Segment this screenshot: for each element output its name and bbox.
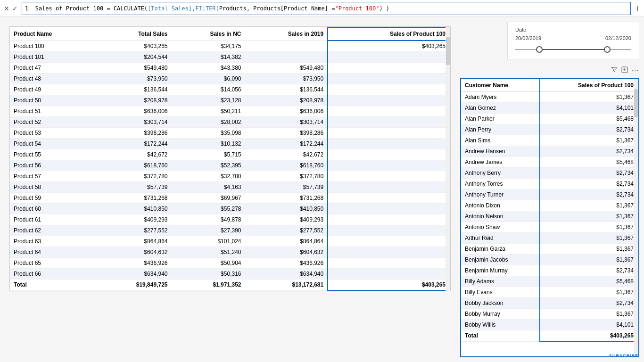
table-cell: $636,006 [245,106,328,117]
table-cell [245,41,328,52]
table-row: Anthony Berry$2,734 [461,168,638,179]
table-cell: Product 58 [10,182,97,193]
left-table-header: Product Name Total Sales Sales in NC Sal… [10,27,450,41]
table-cell: $57,739 [97,182,171,193]
table-row: Product 64$604,632$51,240$604,632 [10,247,450,258]
main-content: Product Name Total Sales Sales in NC Sal… [0,17,644,362]
table-row: Product 65$436,926$50,904$436,926 [10,258,450,269]
table-cell: Bobby Murray [461,309,540,320]
table-cell: $398,286 [245,128,328,139]
table-cell: Antonio Shaw [461,222,540,233]
left-scrollbar-thumb[interactable] [446,37,450,65]
table-cell: $1,367 [540,211,638,222]
table-cell: $73,950 [245,74,328,84]
table-row: Product 57$372,780$32,700$372,780 [10,171,450,182]
table-row: Product 63$864,864$101,024$864,864 [10,236,450,247]
left-table: Product Name Total Sales Sales in NC Sal… [10,27,450,291]
table-row: Benjamin Murray$2,734 [461,265,638,276]
table-cell: $1,367 [540,92,638,103]
table-row: Adam Myers$1,367 [461,92,638,103]
date-slider-thumb-right[interactable] [604,46,611,53]
right-table-total-row: Total $403,265 [461,330,638,342]
table-cell: $136,544 [245,84,328,95]
table-cell: $32,700 [172,171,245,182]
table-cell: $208,978 [245,95,328,106]
table-row: Product 59$731,268$69,967$731,268 [10,193,450,204]
table-cell [328,84,450,95]
table-row: Product 100$403,265$34,175$403,265 [10,41,450,52]
table-cell: $50,211 [172,106,245,117]
formula-input[interactable]: 1 Sales of Product 100 = CALCULATE( [Tot… [22,2,631,15]
table-cell: $618,760 [245,160,328,171]
formula-text-part1: 1 Sales of Product 100 = CALCULATE( [25,5,148,12]
table-cell: $1,367 [540,222,638,233]
table-row: Product 66$634,940$50,316$634,940 [10,269,450,280]
table-cell: Antonio Nelson [461,211,540,222]
table-cell: Andrew Hansen [461,146,540,157]
check-icon[interactable]: ✓ [12,5,18,12]
table-row: Product 60$410,850$55,278$410,850 [10,204,450,214]
date-filter-values: 20/02/2019 02/12/2020 [515,35,631,41]
more-icon[interactable]: ··· [632,66,639,74]
table-cell: $4,101 [540,103,638,114]
table-cell: $5,468 [540,114,638,124]
table-cell: Product 62 [10,225,97,236]
table-row: Andrew Hansen$2,734 [461,146,638,157]
table-cell: $549,480 [245,63,328,74]
table-cell [328,171,450,182]
table-cell: $2,734 [540,189,638,200]
table-cell: $1,367 [540,255,638,265]
expand-icon[interactable] [621,66,628,74]
left-scrollbar[interactable] [446,27,450,291]
table-cell: Alan Parker [461,114,540,124]
date-slider[interactable] [515,45,631,54]
table-cell: $2,734 [540,146,638,157]
formula-text-part6: ) ) [379,5,389,12]
customer-table-container: Customer Name Sales of Product 100 Adam … [460,78,639,357]
left-panel: Product Name Total Sales Sales in NC Sal… [0,17,455,362]
table-cell: $409,293 [245,214,328,225]
table-cell: $73,950 [97,74,171,84]
table-cell: $172,244 [97,139,171,149]
table-row: Product 55$42,672$5,715$42,672 [10,149,450,160]
table-cell: $43,380 [172,63,245,74]
table-cell [328,269,450,280]
table-cell: $634,940 [245,269,328,280]
close-icon[interactable]: ✕ [4,5,9,12]
table-row: Product 48$73,950$6,090$73,950 [10,74,450,84]
table-cell: Anthony Turner [461,189,540,200]
table-cell: $50,316 [172,269,245,280]
table-cell [328,128,450,139]
action-icons: ··· [460,64,639,78]
table-row: Bobby Murray$1,367 [461,309,638,320]
left-table-body: Product 100$403,265$34,175$403,265Produc… [10,41,450,280]
table-row: Bobby Jackson$2,734 [461,298,638,309]
table-cell: $49,878 [172,214,245,225]
table-cell: Product 66 [10,269,97,280]
table-cell [328,74,450,84]
table-cell: $5,468 [540,276,638,287]
date-slider-thumb-left[interactable] [536,46,543,53]
table-cell: $136,544 [97,84,171,95]
table-row: Alan Parker$5,468 [461,114,638,124]
table-cell: $1,367 [540,287,638,298]
table-cell: Andrew James [461,157,540,168]
table-cell: Bobby Jackson [461,298,540,309]
right-scrollbar[interactable] [634,79,638,356]
total-label: Total [10,280,97,291]
col-total-sales: Total Sales [97,27,171,41]
right-scrollbar-thumb[interactable] [634,89,638,117]
date-end: 02/12/2020 [605,35,631,41]
formula-text-part5: "Product 100" [335,5,379,12]
table-cell: $636,006 [97,106,171,117]
table-row: Product 54$172,244$10,132$172,244 [10,139,450,149]
table-cell: $5,468 [540,157,638,168]
table-cell: $398,286 [97,128,171,139]
table-cell: $731,268 [245,193,328,204]
table-cell: $35,098 [172,128,245,139]
filter-icon[interactable] [611,66,618,74]
table-row: Antonio Nelson$1,367 [461,211,638,222]
table-row: Product 56$618,760$52,395$618,760 [10,160,450,171]
right-panel: Date 20/02/2019 02/12/2020 [455,17,644,362]
table-row: Billy Adams$5,468 [461,276,638,287]
